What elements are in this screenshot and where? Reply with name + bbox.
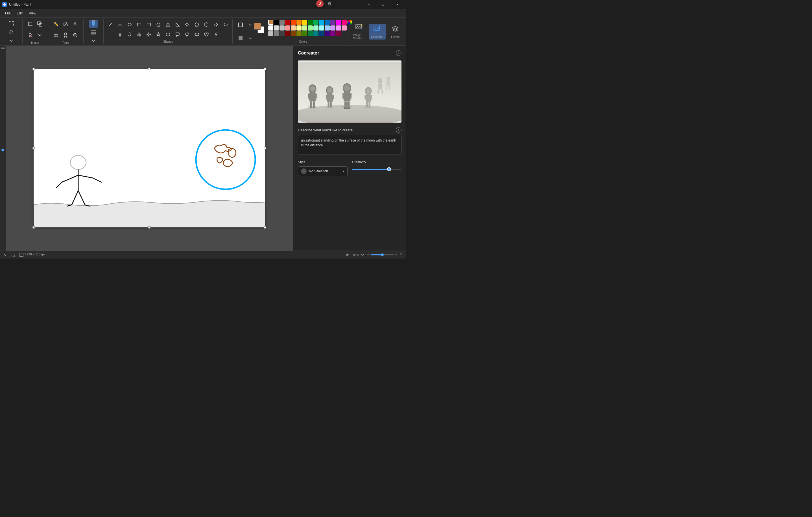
color-swatch[interactable] bbox=[268, 20, 273, 25]
pencil-tool[interactable]: ✏️ bbox=[51, 20, 60, 28]
magnify-tool[interactable] bbox=[70, 31, 80, 39]
eraser-tool[interactable] bbox=[51, 31, 60, 39]
shape-r-arrow[interactable] bbox=[211, 21, 221, 29]
color-swatch[interactable] bbox=[302, 25, 307, 30]
resize-handle-tc[interactable] bbox=[148, 68, 150, 70]
color-swatch[interactable] bbox=[285, 20, 290, 25]
resize-handle-tr[interactable] bbox=[264, 68, 266, 70]
text-tool[interactable]: A bbox=[70, 20, 80, 28]
shape-rect[interactable] bbox=[135, 21, 144, 29]
fill-dropdown[interactable] bbox=[245, 34, 255, 42]
shape-pentagon[interactable] bbox=[154, 21, 163, 29]
view-menu[interactable]: View bbox=[26, 10, 39, 17]
fill-control[interactable] bbox=[236, 34, 245, 42]
color-swatch[interactable] bbox=[342, 20, 347, 25]
color-swatch[interactable] bbox=[274, 20, 279, 25]
color-swatch[interactable] bbox=[336, 31, 341, 36]
file-menu[interactable]: File bbox=[2, 10, 13, 17]
color-swatch[interactable] bbox=[280, 25, 285, 30]
shape-u-arrow[interactable] bbox=[115, 30, 124, 38]
cocreator-button[interactable]: Cocreator bbox=[369, 24, 386, 39]
resize-handle-ml[interactable] bbox=[32, 147, 35, 149]
style-dropdown[interactable]: No Selection ▾ bbox=[298, 166, 348, 176]
prompt-textarea[interactable]: an astronaut standing on the surface of … bbox=[298, 135, 402, 155]
color-swatch[interactable] bbox=[313, 25, 318, 30]
resize-tool[interactable] bbox=[35, 20, 44, 28]
outline-dropdown[interactable] bbox=[245, 21, 255, 29]
layers-button[interactable]: Layers bbox=[387, 24, 404, 39]
zoom-plus-icon[interactable]: + bbox=[395, 252, 397, 257]
image-creator-button[interactable]: Image Creator bbox=[351, 22, 368, 41]
shape-triangle[interactable] bbox=[164, 21, 173, 29]
shape-star4[interactable] bbox=[144, 30, 153, 38]
shape-star6[interactable] bbox=[164, 30, 173, 38]
shape-4arrow[interactable] bbox=[135, 30, 144, 38]
color-swatch[interactable] bbox=[313, 31, 318, 36]
zoom-slider-thumb[interactable] bbox=[381, 253, 384, 256]
color-swatch[interactable] bbox=[285, 25, 290, 30]
color-swatch[interactable] bbox=[319, 25, 324, 30]
resize-handle-br[interactable] bbox=[264, 226, 266, 228]
info-icon[interactable]: i bbox=[396, 50, 402, 56]
shape-rect2[interactable] bbox=[144, 21, 153, 29]
resize-handle-bl[interactable] bbox=[32, 226, 35, 228]
close-button[interactable]: ✕ bbox=[391, 0, 404, 9]
shape-lightning[interactable] bbox=[211, 30, 221, 38]
color-swatch[interactable] bbox=[308, 25, 313, 30]
stroke-style[interactable] bbox=[89, 28, 98, 36]
image-dropdown[interactable] bbox=[35, 31, 44, 39]
color-swatch[interactable] bbox=[291, 20, 296, 25]
shape-star5[interactable] bbox=[154, 30, 163, 38]
shape-line[interactable] bbox=[106, 21, 115, 29]
maximize-button[interactable]: □ bbox=[377, 0, 389, 9]
drawing-canvas[interactable] bbox=[34, 69, 265, 227]
shape-pentagon2[interactable] bbox=[192, 21, 201, 29]
profile-icon[interactable]: J bbox=[316, 0, 324, 7]
color-swatch[interactable] bbox=[291, 25, 296, 30]
color-swatch[interactable] bbox=[336, 25, 341, 30]
shape-oval[interactable] bbox=[125, 21, 134, 29]
color-picker-tool[interactable] bbox=[61, 31, 70, 39]
fit-icon[interactable]: ⊞ bbox=[400, 252, 403, 257]
brush-active[interactable] bbox=[89, 20, 98, 28]
color-swatch[interactable] bbox=[325, 20, 330, 25]
shape-l-arrow[interactable] bbox=[221, 21, 230, 29]
color-swatch[interactable] bbox=[296, 20, 301, 25]
color-swatch[interactable] bbox=[325, 31, 330, 36]
edit-menu[interactable]: Edit bbox=[14, 10, 25, 17]
shape-diamond[interactable] bbox=[183, 21, 192, 29]
color-swatch[interactable] bbox=[291, 31, 296, 36]
shape-hex[interactable] bbox=[202, 21, 211, 29]
shape-rtriangle[interactable] bbox=[173, 21, 182, 29]
shape-curve[interactable] bbox=[115, 21, 124, 29]
select-rect-tool[interactable] bbox=[7, 20, 16, 28]
describe-info-icon[interactable]: i bbox=[396, 127, 402, 133]
background-remove-tool[interactable] bbox=[26, 31, 35, 39]
color-swatch[interactable] bbox=[302, 31, 307, 36]
color-swatch[interactable] bbox=[336, 20, 341, 25]
color-swatch[interactable] bbox=[296, 25, 301, 30]
color-swatch[interactable] bbox=[274, 31, 279, 36]
crop-tool[interactable] bbox=[26, 20, 35, 28]
zoom-dropdown-icon[interactable] bbox=[360, 252, 365, 257]
color-swatch[interactable] bbox=[330, 25, 336, 30]
select-free-tool[interactable] bbox=[7, 28, 16, 36]
scroll-thumb[interactable] bbox=[1, 148, 4, 152]
fill-tool[interactable] bbox=[61, 20, 70, 28]
resize-handle-bc[interactable] bbox=[148, 226, 150, 228]
shape-d-arrow[interactable] bbox=[125, 30, 134, 38]
shape-cloud[interactable] bbox=[192, 30, 201, 38]
color-swatch[interactable] bbox=[285, 31, 290, 36]
minimize-button[interactable]: ─ bbox=[362, 0, 376, 9]
color-swatch[interactable] bbox=[319, 20, 324, 25]
zoom-minus-icon[interactable]: − bbox=[367, 252, 370, 257]
color-swatch[interactable] bbox=[296, 31, 301, 36]
resize-handle-tl[interactable] bbox=[32, 68, 35, 70]
color-swatch[interactable] bbox=[308, 31, 313, 36]
color-swatch[interactable] bbox=[268, 31, 273, 36]
shape-heart[interactable] bbox=[202, 30, 211, 38]
color-swatch[interactable] bbox=[308, 20, 313, 25]
foreground-color-box[interactable] bbox=[254, 23, 261, 30]
color-swatch[interactable] bbox=[325, 25, 330, 30]
resize-handle-mr[interactable] bbox=[264, 147, 266, 149]
